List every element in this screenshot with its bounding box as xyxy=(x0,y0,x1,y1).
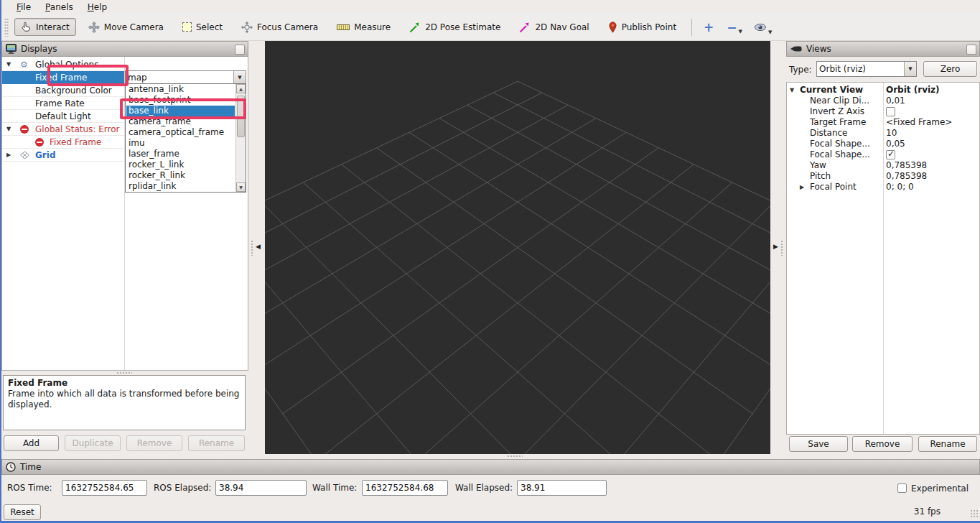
tree-row-default-light[interactable]: Default Light xyxy=(2,110,124,123)
add-tool-button[interactable]: + xyxy=(699,20,718,34)
interact-tool-button[interactable]: Interact xyxy=(14,18,76,36)
annotation-highlight-base-link xyxy=(120,98,246,119)
dropdown-item-rocker-r-link[interactable]: rocker_R_link xyxy=(126,170,235,181)
menu-help[interactable]: Help xyxy=(81,1,113,13)
menu-file[interactable]: File xyxy=(10,1,37,13)
fixed-frame-combo[interactable]: map ▼ xyxy=(125,70,246,84)
dropdown-item-camera-optical-frame[interactable]: camera_optical_frame xyxy=(126,127,235,138)
dropdown-item-laser-frame[interactable]: laser_frame xyxy=(126,149,235,159)
focus-camera-tool-label: Focus Camera xyxy=(257,22,318,32)
save-view-button[interactable]: Save xyxy=(789,436,848,452)
prop-row-focal-shape-fixed[interactable]: Focal Shape... xyxy=(787,149,979,160)
prop-row-near-clip[interactable]: Near Clip Di... 0,01 xyxy=(787,96,979,106)
prop-row-invert-z[interactable]: Invert Z Axis xyxy=(787,106,979,117)
tree-row-grid[interactable]: ▶ Grid xyxy=(2,149,124,162)
annotation-highlight-fixed-frame xyxy=(47,65,129,86)
chevron-right-icon[interactable]: ▶ xyxy=(800,182,804,193)
combo-arrow-icon[interactable]: ▼ xyxy=(904,62,916,76)
focal-shape-checkbox[interactable] xyxy=(886,150,895,159)
prop-value: Orbit (rviz) xyxy=(886,85,940,96)
focus-camera-tool-button[interactable]: Focus Camera xyxy=(235,18,325,37)
resize-grip[interactable] xyxy=(970,509,979,518)
prop-row-yaw[interactable]: Yaw 0,785398 xyxy=(787,160,979,171)
invert-z-checkbox[interactable] xyxy=(886,107,895,116)
horizontal-splitter-handle[interactable] xyxy=(116,371,132,374)
view-properties-grid: ▼ Current View Orbit (rviz) Near Clip Di… xyxy=(786,82,980,435)
prop-row-distance[interactable]: Distance 10 xyxy=(787,128,979,139)
views-float-button[interactable] xyxy=(966,45,976,55)
plus-icon: + xyxy=(704,22,714,33)
tree-row-label: Global Status: Error xyxy=(35,123,119,136)
view-type-combo[interactable]: Orbit (rviz) ▼ xyxy=(816,61,917,77)
zero-button[interactable]: Zero xyxy=(923,61,977,77)
displays-panel-title: Displays xyxy=(21,44,57,54)
dropdown-item-imu[interactable]: imu xyxy=(126,138,235,149)
collapse-right-icon[interactable]: ▶ xyxy=(773,243,778,250)
ros-time-input[interactable] xyxy=(62,480,147,496)
tree-row-global-status-error[interactable]: ▼ Global Status: Error xyxy=(2,123,124,136)
measure-tool-button[interactable]: Measure xyxy=(330,19,397,36)
wall-elapsed-input[interactable] xyxy=(517,480,607,496)
prop-row-current-view[interactable]: ▼ Current View Orbit (rviz) xyxy=(787,85,979,96)
fixed-frame-combo-value: map xyxy=(126,73,233,83)
remove-tool-button[interactable]: − ▼ xyxy=(722,20,745,34)
ros-elapsed-input[interactable] xyxy=(215,480,307,496)
rename-view-button[interactable]: Rename xyxy=(918,436,977,452)
duplicate-display-button[interactable]: Duplicate xyxy=(65,435,121,451)
tree-row-frame-rate[interactable]: Frame Rate xyxy=(2,97,124,110)
fps-counter: 31 fps xyxy=(914,506,941,517)
prop-row-pitch[interactable]: Pitch 0,785398 xyxy=(787,171,979,182)
view-type-value: Orbit (rviz) xyxy=(817,64,904,74)
tool-visibility-button[interactable]: ▼ xyxy=(750,21,775,34)
dropdown-caret-icon: ▼ xyxy=(739,29,742,34)
experimental-checkbox[interactable] xyxy=(897,483,907,493)
pose-estimate-tool-button[interactable]: 2D Pose Estimate xyxy=(403,18,507,37)
dropdown-item-antenna-link[interactable]: antenna_link xyxy=(126,84,235,95)
ros-time-label: ROS Time: xyxy=(7,483,52,493)
prop-name: Focal Shape... xyxy=(810,149,870,160)
chevron-down-icon[interactable]: ▼ xyxy=(6,58,11,71)
add-display-button[interactable]: Add xyxy=(4,435,59,451)
map-pin-icon xyxy=(608,22,617,33)
prop-name: Near Clip Di... xyxy=(810,96,869,106)
ruler-icon xyxy=(337,24,350,30)
scroll-up-icon[interactable]: ▲ xyxy=(236,84,246,93)
move-camera-tool-button[interactable]: Move Camera xyxy=(82,18,170,37)
menu-panels[interactable]: Panels xyxy=(39,1,80,13)
magenta-arrow-icon xyxy=(519,22,531,33)
scroll-down-icon[interactable]: ▼ xyxy=(236,182,246,192)
pose-estimate-tool-label: 2D Pose Estimate xyxy=(425,22,500,32)
prop-name: Focal Point xyxy=(810,182,857,193)
left-splitter[interactable]: ◀ xyxy=(248,41,265,454)
prop-row-focal-point[interactable]: ▶ Focal Point 0; 0; 0 xyxy=(787,182,979,193)
rename-display-button[interactable]: Rename xyxy=(188,435,245,451)
chevron-down-icon[interactable]: ▼ xyxy=(790,85,794,96)
combo-arrow-icon[interactable]: ▼ xyxy=(233,71,246,83)
nav-goal-tool-button[interactable]: 2D Nav Goal xyxy=(513,18,595,37)
collapse-left-icon[interactable]: ◀ xyxy=(256,243,261,250)
render-viewport[interactable] xyxy=(265,41,770,454)
tree-row-fixed-frame-error[interactable]: Fixed Frame xyxy=(2,136,124,149)
rviz-window: File Panels Help Interact Move Camera Se… xyxy=(0,0,980,523)
publish-point-tool-button[interactable]: Publish Point xyxy=(602,18,683,37)
grid-display-icon xyxy=(20,151,29,159)
help-title: Fixed Frame xyxy=(8,378,241,389)
wall-time-input[interactable] xyxy=(362,480,448,496)
chevron-right-icon[interactable]: ▶ xyxy=(6,149,11,162)
experimental-label: Experimental xyxy=(911,483,969,494)
prop-value: 0,785398 xyxy=(886,171,927,182)
right-splitter[interactable]: ▶ xyxy=(770,41,786,454)
prop-row-focal-shape-size[interactable]: Focal Shape... 0,05 xyxy=(787,139,979,149)
toolbar-drag-handle[interactable] xyxy=(4,18,9,37)
dropdown-item-rplidar-link[interactable]: rplidar_link xyxy=(126,181,235,192)
viewport-splitter-handle[interactable] xyxy=(507,455,523,458)
chevron-down-icon[interactable]: ▼ xyxy=(6,123,11,136)
remove-view-button[interactable]: Remove xyxy=(852,436,913,452)
prop-name: Target Frame xyxy=(810,117,866,128)
remove-display-button[interactable]: Remove xyxy=(126,435,182,451)
displays-float-button[interactable] xyxy=(235,45,245,55)
prop-row-target-frame[interactable]: Target Frame <Fixed Frame> xyxy=(787,117,979,128)
select-tool-button[interactable]: Select xyxy=(176,19,229,36)
reset-button[interactable]: Reset xyxy=(4,504,41,520)
dropdown-item-rocker-l-link[interactable]: rocker_L_link xyxy=(126,159,235,170)
